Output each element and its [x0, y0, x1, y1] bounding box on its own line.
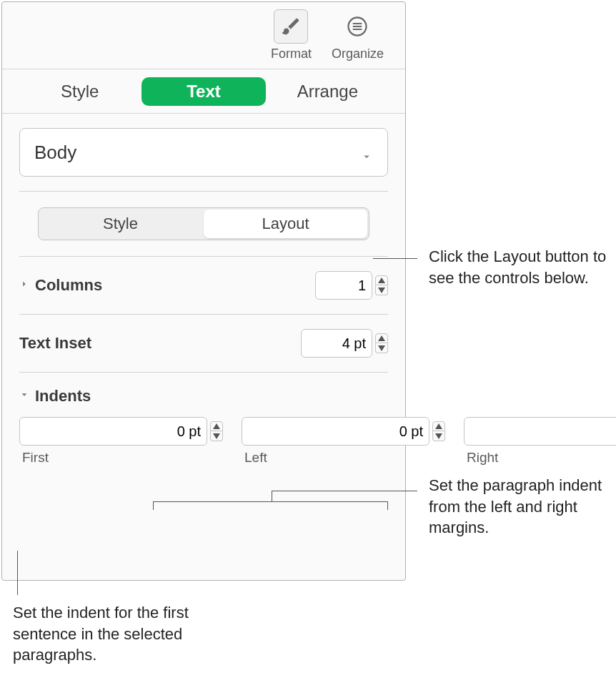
subtab-style[interactable]: Style — [39, 208, 202, 240]
indents-header: Indents — [2, 373, 405, 408]
indents-row: First Left Right — [2, 408, 405, 470]
stepper-up-icon[interactable] — [375, 275, 388, 285]
indent-left-stepper — [242, 417, 445, 446]
chevron-down-icon — [360, 146, 373, 159]
list-circle-icon — [340, 9, 374, 44]
callout-margins: Set the paragraph indent from the left a… — [429, 475, 607, 539]
indent-first-stepper — [19, 417, 223, 446]
callout-connector — [387, 501, 388, 510]
organize-button[interactable]: Organize — [332, 9, 384, 62]
columns-row: Columns — [2, 257, 405, 314]
tab-arrange[interactable]: Arrange — [266, 77, 389, 106]
indent-first-input[interactable] — [19, 417, 207, 446]
subtab-layout[interactable]: Layout — [204, 210, 367, 238]
format-inspector-panel: Format Organize Style Text Arrange Body … — [1, 1, 406, 581]
callout-connector — [17, 551, 18, 595]
text-subtabs: Style Layout — [2, 192, 405, 256]
indent-right-input[interactable] — [464, 417, 616, 446]
indent-left-input[interactable] — [242, 417, 429, 446]
indent-first-label: First — [19, 450, 49, 466]
svg-rect-3 — [353, 29, 362, 30]
paragraph-style-dropdown[interactable]: Body — [19, 128, 388, 177]
columns-label: Columns — [35, 276, 102, 295]
callout-layout: Click the Layout button to see the contr… — [429, 246, 607, 288]
inspector-toolbar: Format Organize — [2, 2, 405, 69]
tab-style[interactable]: Style — [18, 77, 141, 106]
format-button[interactable]: Format — [271, 9, 312, 62]
callout-connector — [373, 258, 417, 259]
stepper-down-icon[interactable] — [432, 431, 445, 441]
text-inset-input[interactable] — [301, 329, 372, 358]
callout-connector — [153, 501, 272, 502]
indent-first: First — [19, 417, 223, 466]
stepper-down-icon[interactable] — [375, 285, 388, 295]
callout-connector — [272, 491, 417, 491]
paragraph-style-value: Body — [34, 142, 76, 164]
stepper-up-icon[interactable] — [432, 421, 445, 431]
brush-icon — [274, 9, 308, 44]
columns-stepper — [315, 271, 388, 300]
svg-rect-1 — [353, 23, 362, 24]
callout-connector — [272, 491, 272, 502]
text-inset-label: Text Inset — [19, 334, 91, 353]
indent-right-label: Right — [464, 450, 498, 466]
chevron-right-icon[interactable] — [19, 279, 29, 292]
text-inset-row: Text Inset — [2, 315, 405, 372]
callout-first-indent: Set the indent for the first sentence in… — [13, 602, 234, 666]
stepper-down-icon[interactable] — [210, 431, 223, 441]
text-inset-stepper — [301, 329, 388, 358]
svg-rect-2 — [353, 26, 362, 27]
indent-left: Left — [242, 417, 445, 466]
stepper-up-icon[interactable] — [210, 421, 223, 431]
callout-connector — [153, 501, 154, 510]
tab-text[interactable]: Text — [141, 77, 265, 106]
stepper-down-icon[interactable] — [375, 343, 388, 353]
organize-label: Organize — [332, 46, 384, 62]
format-label: Format — [271, 46, 312, 62]
indent-right-stepper — [464, 417, 616, 446]
chevron-down-icon[interactable] — [19, 390, 29, 403]
indents-label: Indents — [35, 387, 91, 406]
indent-right: Right — [464, 417, 616, 466]
indent-left-label: Left — [242, 450, 267, 466]
callout-connector — [272, 501, 387, 502]
stepper-up-icon[interactable] — [375, 333, 388, 343]
columns-input[interactable] — [315, 271, 372, 300]
inspector-tabs: Style Text Arrange — [2, 69, 405, 114]
